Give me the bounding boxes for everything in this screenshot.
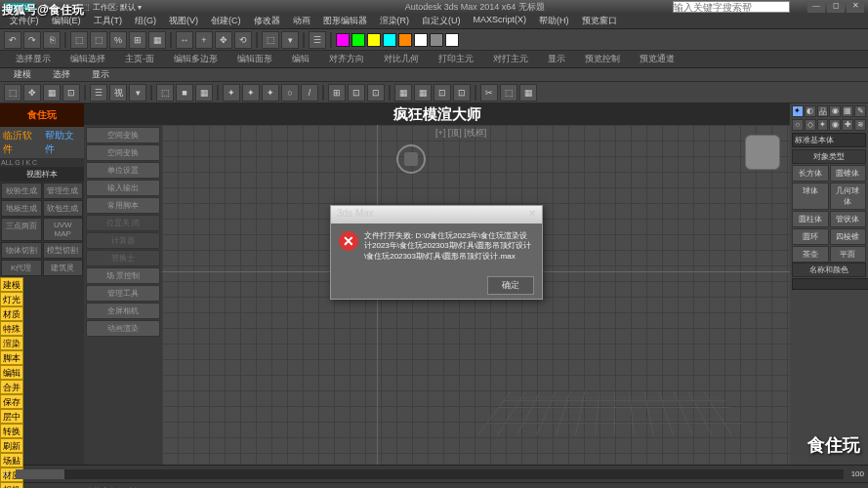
category-label[interactable]: 相机 <box>0 482 23 488</box>
toolbar2-button[interactable]: ⊡ <box>453 84 471 102</box>
ribbon-tab[interactable]: 选择显示 <box>8 51 59 67</box>
primitive-button[interactable]: 圆环 <box>792 228 829 245</box>
viewcube-icon[interactable] <box>745 135 780 170</box>
toolbar-button[interactable]: % <box>109 31 127 49</box>
mid-button[interactable]: 单位设置 <box>86 162 160 179</box>
toolbar2-button[interactable]: ▦ <box>195 84 213 102</box>
toolbar2-button[interactable]: ✦ <box>242 84 260 102</box>
create-tab-icon[interactable]: ✦ <box>792 105 804 117</box>
mid-button[interactable]: 常用脚本 <box>86 197 160 214</box>
plugin-grid-button[interactable]: 校验生成 <box>1 183 42 199</box>
ribbon-subtab[interactable]: 建模 <box>4 67 41 82</box>
ribbon-tab[interactable]: 打印主元 <box>431 51 481 67</box>
ribbon-tab[interactable]: 对打主元 <box>485 51 536 67</box>
toolbar2-button[interactable]: 视图 <box>109 84 127 102</box>
primitive-button[interactable]: 球体 <box>792 183 829 210</box>
toolbar2-button[interactable]: ✂ <box>480 84 498 102</box>
plugin-grid-button[interactable]: 管理生成 <box>43 183 84 199</box>
ribbon-tab[interactable]: 对齐方向 <box>321 51 372 67</box>
toolbar2-button[interactable]: ■ <box>176 84 193 102</box>
modify-tab-icon[interactable]: ◐ <box>805 105 816 117</box>
ribbon-tab[interactable]: 显示 <box>540 51 573 67</box>
toolbar2-button[interactable]: ⊡ <box>348 84 365 102</box>
menu-item[interactable]: 自定义(U) <box>416 14 467 28</box>
toolbar-button[interactable]: ⬚ <box>262 31 279 49</box>
toolbar2-button[interactable]: ▾ <box>129 84 146 102</box>
plugin-grid-button[interactable]: 建筑灵 <box>43 260 84 276</box>
plugin-grid-button[interactable]: 软包生成 <box>43 200 84 217</box>
dialog-ok-button[interactable]: 确定 <box>487 276 534 295</box>
toolbar-button[interactable]: ⟲ <box>234 31 252 49</box>
menu-item[interactable]: 工具(T) <box>88 14 129 28</box>
toolbar-button[interactable]: ⎘ <box>43 31 61 49</box>
plugin-tab-1[interactable]: 临沂软件 <box>0 127 42 158</box>
toolbar-button[interactable]: ↶ <box>4 31 21 49</box>
viewport-label[interactable]: [+] [顶] [线框] <box>435 127 486 140</box>
toolbar2-button[interactable]: ☰ <box>90 84 107 102</box>
space-icon[interactable]: ≋ <box>854 119 866 131</box>
ribbon-tab[interactable]: 编辑 <box>284 51 317 67</box>
viewport-gizmo-icon[interactable] <box>396 144 426 174</box>
ribbon-tab[interactable]: 预览通道 <box>632 51 682 67</box>
plugin-grid-button[interactable]: 三点两面 <box>1 218 42 241</box>
toolbar2-button[interactable]: ✦ <box>262 84 279 102</box>
menu-item[interactable]: 图形编辑器 <box>317 14 373 28</box>
primitive-button[interactable]: 圆柱体 <box>792 211 829 227</box>
color-swatch[interactable] <box>383 33 396 47</box>
toolbar-button[interactable]: + <box>195 31 213 49</box>
plugin-grid-button[interactable]: 物体切割 <box>1 242 42 259</box>
toolbar2-button[interactable]: ✥ <box>23 84 41 102</box>
toolbar2-button[interactable]: ✦ <box>223 84 240 102</box>
toolbar2-button[interactable]: ⊡ <box>434 84 451 102</box>
menu-item[interactable]: 动画 <box>287 14 316 28</box>
color-swatch[interactable] <box>445 33 459 47</box>
dialog-titlebar[interactable]: 3ds Max ✕ <box>331 206 542 224</box>
utilities-tab-icon[interactable]: ✎ <box>854 105 866 117</box>
minimize-button[interactable]: — <box>807 1 825 13</box>
toolbar2-button[interactable]: ▦ <box>519 84 537 102</box>
category-label[interactable]: 保存 <box>0 394 23 409</box>
motion-tab-icon[interactable]: ◉ <box>829 105 841 117</box>
helper-icon[interactable]: ✚ <box>842 119 853 131</box>
color-swatch[interactable] <box>367 33 381 47</box>
plugin-grid-button[interactable]: 模型切割 <box>43 242 84 259</box>
toolbar2-button[interactable]: ⬚ <box>156 84 174 102</box>
ribbon-tab[interactable]: 对比几何 <box>376 51 427 67</box>
object-name-input[interactable] <box>792 278 868 290</box>
ribbon-subtab[interactable]: 显示 <box>82 67 119 82</box>
menu-item[interactable]: MAXScript(X) <box>468 14 533 28</box>
toolbar-button[interactable]: ⊞ <box>129 31 146 49</box>
ribbon-tab[interactable]: 编辑面形 <box>229 51 280 67</box>
mid-button[interactable]: 管理工具 <box>86 285 160 302</box>
menu-item[interactable]: 视图(V) <box>163 14 204 28</box>
category-label[interactable]: 刷新 <box>0 438 23 453</box>
mid-button[interactable]: 全屏相机 <box>86 303 160 319</box>
primitive-button[interactable]: 长方体 <box>792 165 829 182</box>
plugin-grid-button[interactable]: UVW MAP <box>43 218 84 241</box>
time-slider[interactable] <box>16 469 843 479</box>
mid-button[interactable]: 场 景控制 <box>86 267 160 284</box>
ribbon-tab[interactable]: 预览控制 <box>577 51 628 67</box>
plugin-grid-button[interactable]: K代理 <box>1 260 42 276</box>
geom-icon[interactable]: ○ <box>792 119 804 131</box>
mid-button[interactable]: 替换士 <box>86 250 160 266</box>
color-swatch[interactable] <box>414 33 428 47</box>
toolbar2-button[interactable]: / <box>301 84 318 102</box>
toolbar2-button[interactable]: ⊡ <box>367 84 385 102</box>
color-swatch[interactable] <box>336 33 350 47</box>
hierarchy-tab-icon[interactable]: 品 <box>817 105 829 117</box>
color-swatch[interactable] <box>351 33 365 47</box>
category-label[interactable]: 合并 <box>0 380 23 394</box>
toolbar-button[interactable]: ☰ <box>309 31 326 49</box>
toolbar2-button[interactable]: ▦ <box>43 84 61 102</box>
primitive-button[interactable]: 四棱锥 <box>830 228 867 245</box>
category-label[interactable]: 脚本 <box>0 350 23 365</box>
category-label[interactable]: 渲染 <box>0 336 23 350</box>
shape-icon[interactable]: ◇ <box>805 119 816 131</box>
menu-item[interactable]: 创建(C) <box>205 14 247 28</box>
light-icon[interactable]: ✦ <box>817 119 829 131</box>
category-label[interactable]: 特殊 <box>0 321 23 336</box>
category-label[interactable]: 转换 <box>0 424 23 438</box>
category-label[interactable]: 建模 <box>0 277 23 292</box>
toolbar2-button[interactable]: ⬚ <box>4 84 21 102</box>
